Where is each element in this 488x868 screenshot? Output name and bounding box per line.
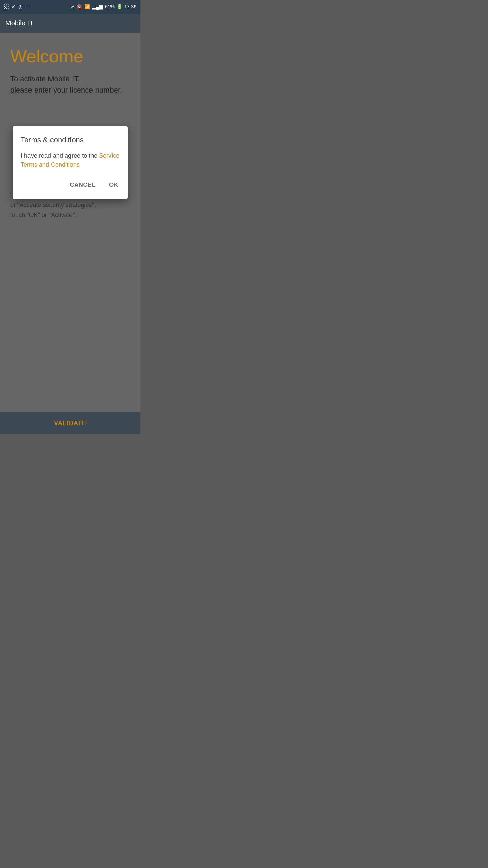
background-content: Welcome To activate Mobile IT,please ent… — [0, 33, 140, 434]
dialog-body: I have read and agree to the Service Ter… — [21, 151, 120, 170]
dialog-body-prefix: I have read and agree to the — [21, 152, 99, 159]
ok-button[interactable]: OK — [108, 179, 120, 191]
wifi-icon: 📶 — [84, 4, 90, 9]
clock-icon: ◎ — [18, 4, 22, 9]
validate-button[interactable]: VALIDATE — [54, 420, 86, 427]
status-bar-right: ⎇ 🔇 📶 ▂▄▆ 61% 🔋 17:36 — [69, 4, 136, 9]
dialog-actions: CANCEL OK — [21, 179, 120, 194]
cancel-button[interactable]: CANCEL — [68, 179, 97, 191]
status-bar: 🖼 ✔ ◎ ··· ⎇ 🔇 📶 ▂▄▆ 61% 🔋 17:36 — [0, 0, 140, 14]
dialog-overlay: Terms & conditions I have read and agree… — [0, 65, 140, 412]
terms-dialog: Terms & conditions I have read and agree… — [13, 126, 128, 199]
battery-percent: 61% — [105, 4, 115, 9]
status-time: 17:36 — [124, 4, 136, 9]
bottom-bar: VALIDATE — [0, 412, 140, 434]
check-icon: ✔ — [12, 4, 16, 9]
image-icon: 🖼 — [4, 4, 9, 9]
app-bar: Mobile IT — [0, 14, 140, 33]
dialog-title: Terms & conditions — [21, 136, 120, 144]
app-bar-title: Mobile IT — [5, 19, 33, 27]
signal-icon: ▂▄▆ — [92, 4, 103, 9]
status-bar-left: 🖼 ✔ ◎ ··· — [4, 4, 29, 9]
bluetooth-icon: ⎇ — [69, 4, 75, 9]
battery-icon: 🔋 — [117, 4, 122, 9]
welcome-title: Welcome — [10, 46, 130, 66]
mute-icon: 🔇 — [77, 4, 82, 9]
more-icon: ··· — [25, 4, 29, 9]
